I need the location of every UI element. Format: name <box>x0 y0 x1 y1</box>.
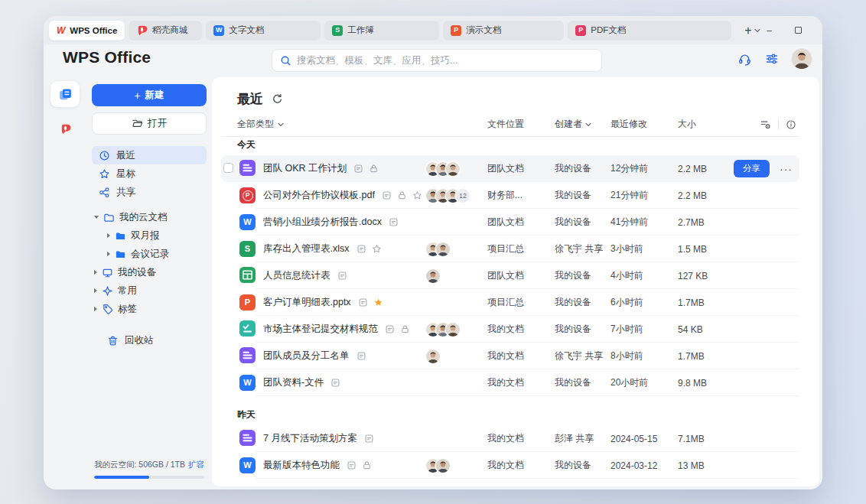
sidebar-item-2[interactable]: 共享 <box>92 183 207 201</box>
rail-item-documents[interactable] <box>50 81 80 107</box>
file-location: 团队文档 <box>487 216 555 229</box>
word-tab-icon: W <box>213 25 224 36</box>
file-name: 营销小组业绩分析报告.docx <box>263 216 382 229</box>
file-type-etable-icon <box>239 267 256 283</box>
open-file-button[interactable]: 打开 <box>92 112 207 135</box>
settings-sliders-icon[interactable] <box>765 52 779 66</box>
file-name: 团队 OKR 工作计划 <box>263 162 347 175</box>
tab-label: PDF文档 <box>591 24 626 36</box>
sidebar-item-trash[interactable]: 回收站 <box>92 331 207 350</box>
cloud-sync-icon <box>364 434 374 444</box>
file-row[interactable]: 人员信息统计表团队文档我的设备4小时前127 KB <box>221 262 799 289</box>
tab-2[interactable]: W文字文档 <box>206 21 321 41</box>
new-tab-button[interactable]: + <box>744 24 760 37</box>
sidebar-item-1[interactable]: 星标 <box>92 164 207 183</box>
divider <box>778 120 779 129</box>
file-row[interactable]: W最新版本特色功能我的文档我的设备2024-03-1213 MB <box>221 452 799 479</box>
avatar <box>426 269 440 283</box>
file-row[interactable]: 团队成员及分工名单我的文档徐飞宇 共享8小时前1.7MB <box>221 343 799 369</box>
share-nav-icon <box>99 187 110 198</box>
page-title: 最近 <box>237 90 263 108</box>
search-input[interactable] <box>297 55 594 66</box>
support-headset-icon[interactable] <box>737 52 752 67</box>
maximize-button[interactable] <box>793 25 804 36</box>
caret-right-icon[interactable] <box>94 288 97 293</box>
storage-label: 我的云空间: 506GB / 1TB <box>94 460 185 470</box>
chevron-down-icon <box>278 122 284 127</box>
more-menu-icon[interactable]: ··· <box>780 164 793 174</box>
info-icon[interactable] <box>786 119 796 130</box>
open-folder-icon <box>132 118 143 129</box>
star-outline-icon <box>412 190 422 200</box>
file-location: 项目汇总 <box>487 242 555 255</box>
file-size: 1.5 MB <box>678 244 734 255</box>
star-outline-icon <box>372 244 382 254</box>
file-modified: 2024-05-15 <box>610 434 678 444</box>
tab-5[interactable]: PPDF文档 <box>568 21 731 41</box>
file-modified: 6小时前 <box>610 296 678 309</box>
minimize-button[interactable]: – <box>764 25 775 36</box>
app-rail <box>44 77 86 489</box>
caret-right-icon[interactable] <box>94 307 97 311</box>
refresh-icon[interactable] <box>272 93 282 104</box>
tree-item-4[interactable]: 常用 <box>92 281 207 300</box>
type-filter-dropdown[interactable]: 全部类型 <box>221 118 487 131</box>
file-creator: 我的设备 <box>555 459 610 472</box>
rail-item-docer[interactable] <box>50 115 80 141</box>
file-location: 我的文档 <box>487 459 555 472</box>
row-checkbox[interactable] <box>223 163 233 173</box>
file-location: 我的文档 <box>487 323 555 336</box>
tab-bar: WWPS Office稻壳商城W文字文档S工作簿P演示文档PPDF文档 + – … <box>44 16 822 44</box>
tree-item-2[interactable]: 会议记录 <box>92 245 207 263</box>
sidebar-item-0[interactable]: 最近 <box>92 146 207 164</box>
tab-1[interactable]: 稻壳商城 <box>129 21 202 41</box>
tab-4[interactable]: P演示文档 <box>443 21 564 41</box>
file-row[interactable]: W营销小组业绩分析报告.docx团队文档我的设备41分钟前2.7MB <box>221 209 799 236</box>
file-row[interactable]: P公司对外合作协议模板.pdf12财务部...我的设备21分钟前2.2 MB <box>221 182 799 209</box>
sidebar: + 新建 打开 最近星标共享 我的云文档双月报会议记录我的设备常用标签 回收站 <box>86 77 212 489</box>
app-title: WPS Office <box>63 48 151 67</box>
tree-item-0[interactable]: 我的云文档 <box>92 208 207 226</box>
star-nav-icon <box>99 168 110 180</box>
tree-item-1[interactable]: 双月报 <box>92 226 207 245</box>
file-modified: 20小时前 <box>610 376 678 389</box>
caret-right-icon[interactable] <box>107 252 110 256</box>
tree-item-3[interactable]: 我的设备 <box>92 263 207 281</box>
new-document-button[interactable]: + 新建 <box>92 84 207 106</box>
chevron-down-icon[interactable] <box>754 28 760 33</box>
file-type-word-icon: W <box>239 214 256 230</box>
cloud-sync-icon <box>385 324 395 334</box>
file-creator: 彭泽 共享 <box>555 432 610 445</box>
file-modified: 12分钟前 <box>610 162 678 175</box>
file-size: 2.2 MB <box>678 190 734 201</box>
file-row[interactable]: 7 月线下活动策划方案我的文档彭泽 共享2024-05-157.1MB <box>221 425 799 452</box>
file-row[interactable]: S库存出入管理表.xlsx项目汇总徐飞宇 共享3小时前1.5 MB <box>221 236 799 262</box>
file-name: 最新版本特色功能 <box>263 459 340 472</box>
tree-item-5[interactable]: 标签 <box>92 300 207 318</box>
file-size: 1.7MB <box>678 351 734 362</box>
storage-progress-bar <box>94 476 204 479</box>
column-header-modified: 最近修改 <box>610 118 678 131</box>
column-header-creator[interactable]: 创建者 <box>555 118 610 131</box>
column-header-location: 文件位置 <box>487 118 555 131</box>
share-button[interactable]: 分享 <box>734 160 770 177</box>
avatar <box>446 323 460 337</box>
file-row[interactable]: P客户订单明细表.pptx项目汇总我的设备6小时前1.7MB <box>221 289 799 316</box>
storage-upgrade-link[interactable]: 扩容 <box>188 460 204 470</box>
user-avatar[interactable] <box>792 49 812 69</box>
caret-down-icon[interactable] <box>94 216 99 219</box>
file-row[interactable]: 市场主体登记提交材料规范我的文档我的设备7小时前54 KB <box>221 316 799 343</box>
tab-0[interactable]: WWPS Office <box>49 21 125 41</box>
caret-right-icon[interactable] <box>94 270 97 275</box>
file-row[interactable]: W团队资料-文件我的文档我的设备20小时前9.8 MB <box>221 369 799 396</box>
search-box[interactable] <box>272 49 602 72</box>
file-location: 财务部... <box>487 189 555 202</box>
file-location: 我的文档 <box>487 376 555 389</box>
tab-3[interactable]: S工作簿 <box>324 21 439 41</box>
avatar-count-badge: 12 <box>456 189 470 203</box>
caret-right-icon[interactable] <box>107 233 110 238</box>
list-display-settings-icon[interactable] <box>760 119 771 130</box>
file-type-word-icon: W <box>239 457 256 473</box>
file-row[interactable]: 团队 OKR 工作计划团队文档我的设备12分钟前2.2 MB分享··· <box>221 155 799 182</box>
trash-icon <box>107 335 119 346</box>
